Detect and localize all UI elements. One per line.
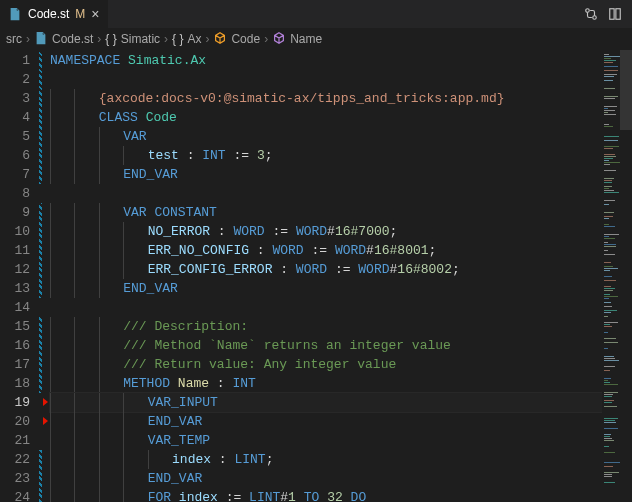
file-icon	[34, 31, 48, 48]
breadcrumb-item-file[interactable]: Code.st	[34, 31, 93, 48]
svg-rect-2	[610, 9, 614, 20]
git-compare-icon[interactable]	[584, 7, 598, 21]
breadcrumb: src › Code.st › { } Simatic › { } Ax › C…	[0, 28, 632, 50]
editor-tab[interactable]: Code.st M ×	[0, 0, 109, 28]
svg-point-0	[586, 9, 590, 13]
vertical-scrollbar[interactable]	[620, 50, 632, 490]
chevron-right-icon: ›	[205, 32, 209, 46]
chevron-right-icon: ›	[164, 32, 168, 46]
svg-rect-3	[616, 9, 620, 20]
breadcrumb-item-simatic[interactable]: { } Simatic	[105, 32, 160, 46]
close-icon[interactable]: ×	[91, 7, 99, 21]
breadcrumb-item-name[interactable]: Name	[272, 31, 322, 48]
method-icon	[272, 31, 286, 48]
code-editor[interactable]: 123456789101112131415161718192021222324 …	[0, 50, 632, 502]
tab-bar: Code.st M ×	[0, 0, 632, 28]
file-icon	[8, 7, 22, 21]
chevron-right-icon: ›	[26, 32, 30, 46]
code-area[interactable]: NAMESPACE Simatic.Ax {axcode:docs-v0:@si…	[42, 50, 632, 502]
namespace-icon: { }	[105, 32, 116, 46]
breakpoint-marker[interactable]	[43, 417, 48, 425]
svg-point-1	[593, 16, 597, 20]
layout-icon[interactable]	[608, 7, 622, 21]
tab-modified-indicator: M	[75, 7, 85, 21]
namespace-icon: { }	[172, 32, 183, 46]
chevron-right-icon: ›	[264, 32, 268, 46]
breadcrumb-item-ax[interactable]: { } Ax	[172, 32, 201, 46]
chevron-right-icon: ›	[97, 32, 101, 46]
breakpoint-marker[interactable]	[43, 398, 48, 406]
scrollbar-thumb[interactable]	[620, 50, 632, 130]
breadcrumb-item-code[interactable]: Code	[213, 31, 260, 48]
breadcrumb-item-src[interactable]: src	[6, 32, 22, 46]
minimap[interactable]	[602, 50, 620, 490]
class-icon	[213, 31, 227, 48]
line-number-gutter: 123456789101112131415161718192021222324	[0, 50, 42, 502]
tab-filename: Code.st	[28, 7, 69, 21]
